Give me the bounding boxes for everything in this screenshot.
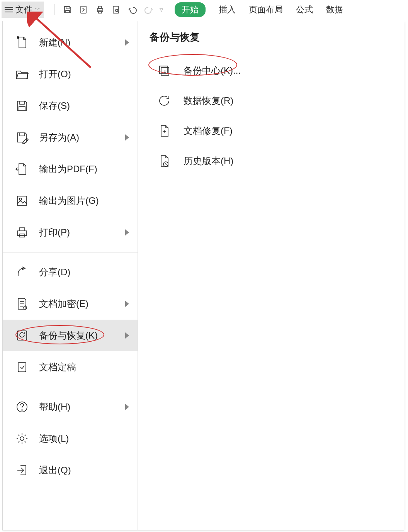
menu-item-open[interactable]: 打开(O) [3,58,138,90]
preview-icon[interactable] [111,4,122,15]
tab-insert[interactable]: 插入 [219,4,236,15]
tab-formula[interactable]: 公式 [296,4,313,15]
menu-item-label: 文档定稿 [39,361,76,373]
menu-item-label: 帮助(H) [39,401,70,413]
sub-item-history-version[interactable]: 历史版本(H) [150,146,392,176]
menu-item-exit[interactable]: 退出(Q) [3,454,138,486]
doc-repair-icon [156,123,172,139]
svg-rect-3 [99,11,102,13]
submenu-arrow-icon [125,39,129,46]
menu-item-label: 输出为图片(G) [39,195,99,207]
file-menu-label: 文件 [15,4,32,15]
menu-item-label: 新建(N) [39,36,70,49]
gear-icon [14,431,30,446]
menu-item-label: 文档加密(E) [39,298,88,310]
svg-rect-2 [99,6,102,8]
sub-item-label: 备份中心(K)... [184,64,241,77]
help-icon [14,399,30,415]
menu-item-options[interactable]: 选项(L) [3,423,138,454]
svg-rect-12 [17,331,27,340]
submenu-arrow-icon [125,332,129,339]
menu-item-export-image[interactable]: 输出为图片(G) [3,185,138,217]
menu-item-label: 打印(P) [39,226,70,239]
submenu-arrow-icon [125,134,129,141]
menu-item-label: 另存为(A) [39,131,79,144]
sub-item-doc-repair[interactable]: 文档修复(F) [150,116,392,146]
subpanel-title: 备份与恢复 [150,30,392,44]
menu-separator [3,252,138,252]
open-folder-icon [14,66,30,82]
backup-center-icon [156,63,172,78]
menu-item-save[interactable]: 保存(S) [3,90,138,122]
backup-restore-subpanel: 备份与恢复 备份中心(K)... 数据恢复(R) 文档修复(F) 历史版本(H) [138,21,404,530]
menu-item-finalize[interactable]: 文档定稿 [3,351,138,383]
menu-item-label: 选项(L) [39,432,69,445]
save-as-icon [14,130,30,145]
menu-item-label: 保存(S) [39,100,70,112]
file-menu-list: 新建(N) 打开(O) 保存(S) 另存为(A) 输 [3,21,138,530]
share-icon [14,264,30,280]
print-icon[interactable] [95,4,105,15]
qat-divider [54,4,54,15]
undo-icon[interactable] [127,4,138,15]
export-image-icon [14,193,30,208]
menu-item-export-pdf[interactable]: 输出为PDF(F) [3,153,138,185]
history-icon [156,153,172,169]
new-file-icon [14,35,30,50]
sub-item-backup-center[interactable]: 备份中心(K)... [150,56,392,86]
qat-overflow-chevron-icon[interactable]: ▽ [160,7,163,12]
tab-data[interactable]: 数据 [326,4,343,15]
backup-restore-icon [14,328,30,343]
menu-item-print[interactable]: 打印(P) [3,217,138,248]
top-toolbar: 文件 ﹀ ▽ 开始 插入 页面布局 公式 数据 [0,0,408,19]
sub-item-label: 历史版本(H) [184,155,233,167]
menu-item-label: 备份与恢复(K) [39,329,98,342]
menu-item-label: 分享(D) [39,266,70,278]
file-menu-button[interactable]: 文件 ﹀ [2,2,44,18]
encrypt-icon [14,296,30,312]
sub-item-label: 文档修复(F) [184,125,233,137]
file-dropdown: 新建(N) 打开(O) 保存(S) 另存为(A) 输 [2,21,404,530]
menu-item-save-as[interactable]: 另存为(A) [3,122,138,153]
save-icon[interactable] [62,4,73,15]
svg-point-16 [20,437,24,441]
svg-rect-13 [18,363,26,372]
svg-rect-0 [81,6,86,13]
exit-icon [14,463,30,478]
submenu-arrow-icon [125,301,129,307]
save-disk-icon [14,98,30,114]
menu-item-encrypt[interactable]: 文档加密(E) [3,288,138,320]
chevron-down-icon: ﹀ [35,6,40,13]
menu-item-label: 打开(O) [39,68,71,80]
svg-rect-6 [17,196,27,205]
submenu-arrow-icon [125,404,129,410]
menu-item-new[interactable]: 新建(N) [3,27,138,58]
svg-point-11 [24,306,27,309]
data-recovery-icon [156,93,172,108]
svg-point-7 [19,198,22,200]
svg-point-15 [22,410,22,410]
menu-item-share[interactable]: 分享(D) [3,256,138,288]
export-pdf-icon [14,161,30,177]
menu-item-backup-restore[interactable]: 备份与恢复(K) [3,320,138,351]
export-icon[interactable] [78,4,89,15]
menu-separator [3,387,138,387]
hamburger-icon [5,7,13,12]
finalize-icon [14,359,30,375]
redo-icon[interactable] [143,4,154,15]
quick-access-toolbar: ▽ [52,4,163,15]
menu-item-help[interactable]: 帮助(H) [3,391,138,423]
ribbon-tabs: 开始 插入 页面布局 公式 数据 [175,2,343,17]
submenu-arrow-icon [125,229,129,236]
menu-item-label: 退出(Q) [39,464,71,476]
svg-rect-17 [160,66,167,74]
menu-item-label: 输出为PDF(F) [39,163,97,175]
sub-item-label: 数据恢复(R) [184,95,233,107]
tab-page-layout[interactable]: 页面布局 [249,4,283,15]
tab-start[interactable]: 开始 [175,2,206,17]
svg-rect-8 [17,231,27,236]
printer-icon [14,225,30,240]
sub-item-data-recovery[interactable]: 数据恢复(R) [150,86,392,116]
svg-rect-9 [19,228,25,231]
